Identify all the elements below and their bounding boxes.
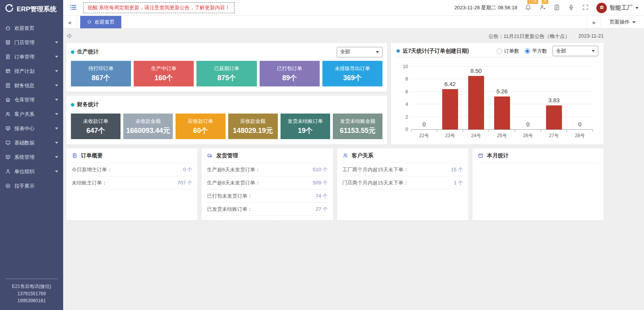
sidebar-item[interactable]: 排产计划 xyxy=(0,64,63,78)
topbar: 提醒:系统每周定期更新，请注意查阅更新公告，了解更新内容！ 2023-11-28… xyxy=(63,0,644,16)
stat-card[interactable]: 已延期订单 875个 xyxy=(196,61,257,86)
sidebar-footer: E21售后电话(微信)1379155176919953960161 xyxy=(5,279,58,305)
bar xyxy=(468,76,484,129)
x-axis-tick-label: 27号 xyxy=(549,133,559,139)
sidebar-item-label: 欢迎首页 xyxy=(14,25,34,32)
radio-label: 平方数 xyxy=(532,48,547,55)
stat-card[interactable]: 应收款订单 60个 xyxy=(176,114,225,139)
stat-card[interactable]: 发货未结账订单 19个 xyxy=(281,114,330,139)
stat-card-label: 已打包订单 xyxy=(277,65,302,72)
section-dot xyxy=(71,50,74,54)
customer-icon xyxy=(5,111,11,117)
stat-card-label: 应收款订单 xyxy=(188,118,213,125)
panel-row-label: 工厂两个月内超15天未下单： xyxy=(343,166,408,173)
panel-title: 客户关系 xyxy=(352,152,374,159)
panel-row-value[interactable]: 15 个 xyxy=(451,166,463,173)
announcement-date: 2023-11-21 xyxy=(578,33,604,40)
production-filter-select[interactable]: 全部 xyxy=(337,47,382,57)
sidebar-item[interactable]: 仓库管理 xyxy=(0,93,63,107)
stat-card[interactable]: 生产中订单 160个 xyxy=(134,61,194,86)
sidebar-item[interactable]: 客户关系 xyxy=(0,107,63,121)
clipboard-button[interactable] xyxy=(553,4,560,12)
panel-row-value[interactable]: 0 个 xyxy=(183,166,192,173)
radio-square-count[interactable]: 平方数 xyxy=(525,48,547,55)
stat-card-value: 61153.55元 xyxy=(340,126,375,135)
sidebar-item[interactable]: 订单管理 xyxy=(0,50,63,64)
org-icon xyxy=(5,169,11,174)
announcement-link[interactable]: 公告：11月21日更新公告（晚十点） xyxy=(488,33,570,40)
stat-card[interactable]: 未排版导出订单 369个 xyxy=(322,61,382,86)
bar-value-label: 5.26 xyxy=(496,88,508,95)
panel-row-value[interactable]: 707 个 xyxy=(177,179,192,186)
panel-row-item: 生产超6天未发货订单： 510 个 xyxy=(207,163,327,176)
radio-circle xyxy=(525,48,530,54)
sidebar-item[interactable]: 拉手展示 xyxy=(0,179,63,193)
panel-row-item: 已打包未发货订单： 74 个 xyxy=(207,189,327,203)
y-axis-tick-label: 4 xyxy=(405,102,408,107)
bell-icon xyxy=(525,4,532,11)
page-actions-dropdown[interactable]: 页面操作 xyxy=(601,16,644,28)
user-menu[interactable]: 智能工厂 xyxy=(596,3,639,13)
sidebar-item-label: 单位组织 xyxy=(14,168,34,175)
customer-icon xyxy=(343,153,348,158)
y-axis-tick-label: 6 xyxy=(405,89,408,95)
finance-stats-title: 财务统计 xyxy=(77,101,99,108)
x-axis-tick-label: 22号 xyxy=(419,133,429,139)
speaker-icon-wrap xyxy=(66,33,73,40)
tabs-scroll-left-button[interactable]: « xyxy=(63,16,77,28)
expand-icon xyxy=(582,4,589,11)
system-notice[interactable]: 提醒:系统每周定期更新，请注意查阅更新公告，了解更新内容！ xyxy=(83,2,234,13)
bar-chart: 0246810022号6.4223号8.5024号5.2625号026号3.83… xyxy=(411,67,593,130)
user-name: 智能工厂 xyxy=(610,4,633,12)
menu-toggle-button[interactable] xyxy=(69,3,77,12)
panel-row-value[interactable]: 1 个 xyxy=(454,179,463,186)
panel-header: 本月统计 xyxy=(478,148,598,163)
sidebar-item[interactable]: 门店管理 xyxy=(0,35,63,50)
sidebar-item[interactable]: 财务信息 xyxy=(0,78,63,93)
tabs-scroll-right-button[interactable]: » xyxy=(587,16,601,28)
stat-card-label: 应收款金额 xyxy=(240,118,265,125)
sidebar-item[interactable]: 欢迎首页 xyxy=(0,21,63,35)
datetime-text: 2023-11-28 星期二 08:56:18 xyxy=(455,4,517,11)
production-stats-title: 生产统计 xyxy=(77,48,99,55)
radio-order-count[interactable]: 订单数 xyxy=(497,48,519,55)
panel-row-value[interactable]: 27 个 xyxy=(315,206,327,213)
sidebar-item[interactable]: 系统管理 xyxy=(0,150,63,164)
schedule-icon xyxy=(5,68,11,74)
chart-title: 近7天统计(子订单创建日期) xyxy=(403,48,469,55)
stat-card-label: 发货未结账金额 xyxy=(340,118,375,125)
summary-panel: 订单概要今日新增主订单： 0 个未结账主订单： 707 个 xyxy=(66,148,198,220)
panel-row-value[interactable]: 509 个 xyxy=(313,179,327,186)
x-axis-tick-label: 24号 xyxy=(471,133,481,139)
announcement-row: 公告：11月21日更新公告（晚十点） 2023-11-21 xyxy=(66,31,604,41)
notifications-button[interactable]: 1726 xyxy=(525,4,532,12)
stat-card[interactable]: 应收款金额 148029.19元 xyxy=(228,114,278,139)
main-area: 提醒:系统每周定期更新，请注意查阅更新公告，了解更新内容！ 2023-11-28… xyxy=(63,0,644,310)
panel-header: 订单概要 xyxy=(72,148,192,163)
microphone-button[interactable] xyxy=(568,4,575,12)
panel-row-value[interactable]: 510 个 xyxy=(313,166,327,173)
clipboard-icon xyxy=(553,4,560,11)
chevron-down-icon xyxy=(55,142,58,144)
sidebar-item[interactable]: 基础数据 xyxy=(0,136,63,150)
contacts-button[interactable]: 20 xyxy=(539,4,546,12)
stat-card[interactable]: 待打印订单 867个 xyxy=(71,61,131,86)
fullscreen-button[interactable] xyxy=(582,4,589,12)
bar-value-label: 0 xyxy=(422,121,425,127)
stat-card-value: 148029.19元 xyxy=(233,126,273,135)
panel-row-label: 生产超8天未发货订单： xyxy=(207,179,260,186)
stat-card[interactable]: 发货未结账金额 61153.55元 xyxy=(333,114,382,139)
tab-label: 欢迎首页 xyxy=(95,19,115,26)
x-axis-tick-label: 26号 xyxy=(523,133,533,139)
sidebar-item[interactable]: 单位组织 xyxy=(0,164,63,179)
chart-filter-select[interactable]: 全部 xyxy=(553,46,598,56)
avatar xyxy=(596,3,607,13)
stat-card[interactable]: 已打包订单 89个 xyxy=(260,61,320,86)
contact-icon xyxy=(539,4,546,11)
sidebar-item[interactable]: 报表中心 xyxy=(0,121,63,136)
stat-card[interactable]: 未收款金额 1660093.44元 xyxy=(123,114,173,139)
tab-welcome[interactable]: 欢迎首页 xyxy=(80,16,121,28)
document-icon xyxy=(72,153,77,158)
stat-card[interactable]: 未收款订单 647个 xyxy=(71,114,121,139)
panel-row-value[interactable]: 74 个 xyxy=(315,193,327,200)
